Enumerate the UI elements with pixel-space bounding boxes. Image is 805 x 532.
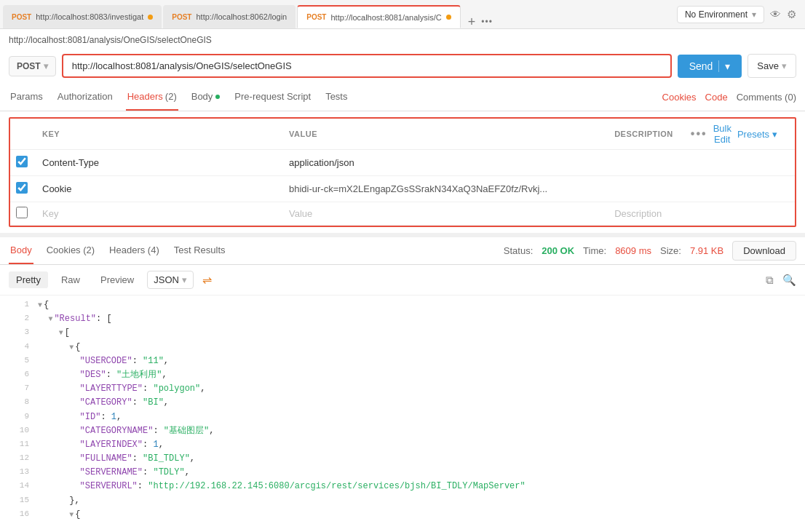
method-badge: POST [172, 13, 191, 21]
status-value: 200 OK [542, 245, 574, 256]
format-icons: ⧉ 🔍 [766, 274, 796, 287]
resp-tab-headers[interactable]: Headers (4) [108, 237, 161, 264]
size-value: 7.91 KB [690, 245, 723, 256]
json-content: "DES": "土地利用", [38, 368, 799, 382]
json-line-9: 9 "ID": 1, [0, 410, 805, 424]
json-content: ▼[ [38, 326, 799, 340]
line-num: 16 [6, 508, 29, 521]
json-content: "ID": 1, [38, 410, 799, 424]
json-content: "LAYERINDEX": 1, [38, 438, 799, 452]
line-num: 12 [6, 452, 29, 466]
three-dots-icon[interactable]: ••• [691, 127, 707, 140]
line-num: 9 [6, 410, 29, 424]
app-container: POST http://localhost:8083/investigat PO… [0, 0, 805, 532]
presets-arrow: ▾ [772, 129, 777, 140]
line-num: 4 [6, 341, 29, 354]
format-preview[interactable]: Preview [93, 271, 141, 288]
placeholder-checkbox[interactable] [16, 207, 28, 218]
format-pretty[interactable]: Pretty [9, 271, 48, 288]
tab-tests[interactable]: Tests [324, 84, 349, 111]
placeholder-value[interactable]: Value [280, 202, 606, 226]
status-area: Status: 200 OK Time: 8609 ms Size: 7.91 … [504, 241, 796, 261]
tabs-container: POST http://localhost:8083/investigat PO… [0, 0, 501, 28]
placeholder-desc[interactable]: Description [606, 202, 682, 226]
env-label: No Environment [685, 9, 748, 20]
env-area: No Environment ▾ 👁 ⚙ [677, 6, 805, 23]
wrap-icon[interactable]: ⇌ [202, 273, 212, 287]
line-num: 6 [6, 368, 29, 382]
more-tabs-button[interactable]: ••• [481, 17, 493, 27]
gear-icon[interactable]: ⚙ [787, 8, 796, 21]
resp-tab-cookies[interactable]: Cookies (2) [45, 237, 96, 264]
resp-tab-body[interactable]: Body [9, 237, 33, 264]
tab-url: http://localhost:8081/analysis/C [330, 13, 441, 22]
json-line-16: 16 ▼{ [0, 508, 805, 521]
json-content: "LAYERTTYPE": "polygon", [38, 382, 799, 396]
code-link[interactable]: Code [705, 92, 728, 103]
headers-badge: (2) [165, 91, 177, 102]
bulk-edit-button[interactable]: Bulk Edit [713, 123, 731, 145]
presets-button[interactable]: Presets ▾ [737, 129, 777, 140]
download-button[interactable]: Download [732, 241, 796, 261]
new-tab-button[interactable]: + [468, 15, 476, 28]
json-content: "FULLNAME": "BI_TDLY", [38, 452, 799, 466]
json-line-8: 8 "CATEGORY": "BI", [0, 396, 805, 410]
format-raw[interactable]: Raw [54, 271, 87, 288]
json-content: }, [38, 494, 799, 508]
tab-1[interactable]: POST http://localhost:8083/investigat [3, 5, 162, 28]
placeholder-key[interactable]: Key [33, 202, 280, 226]
resp-tab-testresults[interactable]: Test Results [172, 237, 227, 264]
tab-actions: + ••• [462, 15, 499, 28]
size-label: Size: [660, 245, 681, 256]
time-label: Time: [583, 245, 606, 256]
json-line-7: 7 "LAYERTTYPE": "polygon", [0, 382, 805, 396]
tab-2[interactable]: POST http://localhost:8062/login [163, 5, 296, 28]
format-json-label: JSON [154, 274, 179, 285]
cookies-link[interactable]: Cookies [662, 92, 697, 103]
save-button[interactable]: Save ▾ [748, 54, 796, 78]
th-actions: ••• Bulk Edit Presets ▾ [682, 119, 795, 150]
row1-checkbox[interactable] [16, 156, 28, 167]
json-line-10: 10 "CATEGORYNAME": "基础图层", [0, 424, 805, 438]
tab-prerequest[interactable]: Pre-request Script [233, 84, 312, 111]
send-button[interactable]: Send ▾ [678, 55, 742, 78]
copy-icon[interactable]: ⧉ [766, 274, 774, 287]
environment-selector[interactable]: No Environment ▾ [677, 6, 764, 23]
tab-url: http://localhost:8062/login [196, 12, 287, 21]
line-num: 11 [6, 438, 29, 452]
value-column-header: VALUE [280, 119, 606, 150]
tab-body[interactable]: Body [190, 84, 222, 111]
tab-params[interactable]: Params [9, 84, 44, 111]
row2-checkbox[interactable] [16, 182, 28, 194]
save-label: Save [757, 60, 779, 71]
body-dot [215, 95, 220, 99]
json-content: ▼{ [38, 341, 799, 354]
eye-icon[interactable]: 👁 [770, 8, 781, 20]
tab-headers[interactable]: Headers (2) [126, 84, 178, 111]
json-line-4: 4 ▼{ [0, 341, 805, 354]
tab-dot [148, 15, 153, 20]
tab-3[interactable]: POST http://localhost:8081/analysis/C [297, 5, 461, 28]
url-row: POST ▾ Send ▾ Save ▾ [0, 48, 805, 84]
line-num: 1 [6, 298, 29, 312]
line-num: 8 [6, 396, 29, 410]
send-label: Send [689, 60, 713, 72]
json-content: ▼{ [38, 508, 799, 521]
response-tabs: Body Cookies (2) Headers (4) Test Result… [0, 237, 805, 265]
method-label: POST [17, 61, 41, 71]
json-line-3: 3 ▼[ [0, 326, 805, 340]
search-icon[interactable]: 🔍 [782, 274, 796, 287]
json-line-2: 2 ▼"Result": [ [0, 312, 805, 326]
format-json-select[interactable]: JSON ▾ [147, 271, 194, 289]
line-num: 14 [6, 480, 29, 493]
tab-dot [446, 15, 451, 20]
row2-desc [606, 176, 682, 202]
json-line-14: 14 "SERVERURL": "http://192.168.22.145:6… [0, 480, 805, 493]
method-select[interactable]: POST ▾ [9, 56, 56, 76]
line-num: 10 [6, 424, 29, 438]
comments-link[interactable]: Comments (0) [737, 92, 796, 103]
tab-authorization[interactable]: Authorization [56, 84, 114, 111]
body-format-bar: Pretty Raw Preview JSON ▾ ⇌ ⧉ 🔍 [0, 265, 805, 295]
line-num: 2 [6, 312, 29, 326]
url-input[interactable] [62, 54, 672, 78]
